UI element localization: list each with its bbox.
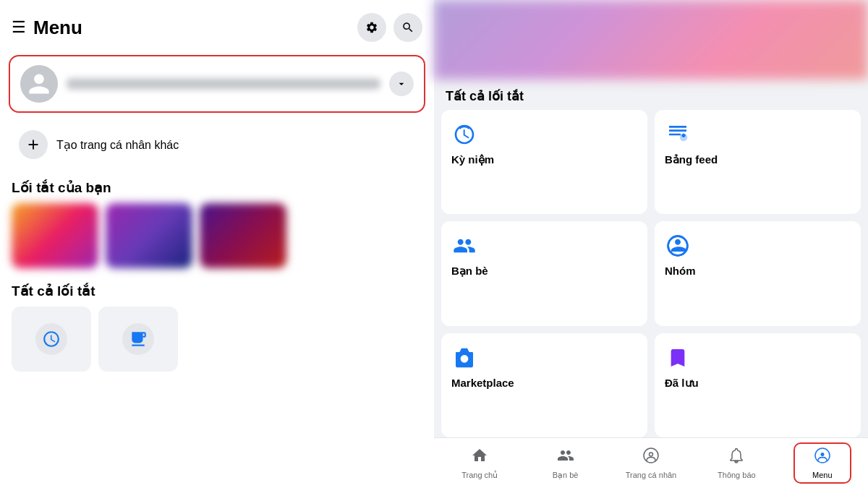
all-shortcuts-title-right: Tất cả lối tắt bbox=[434, 80, 868, 110]
all-shortcuts-title-left: Tất cả lối tắt bbox=[0, 280, 434, 307]
nhom-label: Nhóm bbox=[665, 265, 851, 277]
group-blue-icon bbox=[665, 233, 691, 259]
nav-notification-icon bbox=[728, 447, 745, 468]
nav-friends-icon bbox=[557, 447, 574, 468]
bang-feed-label: Bảng feed bbox=[665, 153, 851, 166]
left-panel: ☰ Menu bbox=[0, 0, 434, 488]
nav-item-menu[interactable]: Menu bbox=[793, 442, 851, 484]
shortcut-card-da-luu[interactable]: Đã lưu bbox=[655, 333, 861, 437]
profile-name bbox=[67, 78, 380, 90]
shortcut-card-nhom[interactable]: Nhóm bbox=[655, 221, 861, 325]
nav-menu-icon bbox=[814, 447, 831, 468]
saved-purple-icon bbox=[665, 345, 691, 371]
shortcut-card-ban-be[interactable]: Bạn bè bbox=[441, 221, 647, 325]
clock-icon bbox=[35, 323, 67, 355]
bottom-nav: Trang chủ Bạn bè Trang cá nhân bbox=[434, 437, 868, 488]
shortcut-blurred-2[interactable] bbox=[106, 203, 192, 268]
add-icon bbox=[25, 137, 41, 153]
nav-item-trang-ca-nhan[interactable]: Trang cá nhân bbox=[622, 442, 680, 484]
ky-niem-label: Kỳ niệm bbox=[451, 153, 637, 166]
shortcut-card-bang-feed[interactable]: Bảng feed bbox=[655, 110, 861, 214]
feed-icon bbox=[122, 323, 154, 355]
da-luu-label: Đã lưu bbox=[665, 377, 851, 390]
shortcut-card-marketplace[interactable]: Marketplace bbox=[441, 333, 647, 437]
hamburger-icon[interactable]: ☰ bbox=[12, 18, 26, 37]
expand-profile-button[interactable] bbox=[389, 72, 414, 96]
marketplace-blue-icon bbox=[451, 345, 477, 371]
home-icon bbox=[471, 447, 488, 468]
shortcut-blurred-1[interactable] bbox=[12, 203, 98, 268]
create-profile-row[interactable]: Tạo trang cá nhân khác bbox=[9, 123, 425, 166]
nav-label-menu: Menu bbox=[812, 471, 833, 479]
search-button[interactable] bbox=[393, 13, 422, 42]
settings-button[interactable] bbox=[357, 13, 386, 42]
svg-point-4 bbox=[644, 448, 658, 463]
svg-rect-3 bbox=[456, 352, 473, 355]
nav-item-trang-chu[interactable]: Trang chủ bbox=[451, 442, 509, 484]
nav-label-trang-chu: Trang chủ bbox=[461, 471, 498, 480]
shortcuts-grid bbox=[0, 203, 434, 280]
create-profile-label: Tạo trang cá nhân khác bbox=[56, 138, 179, 152]
search-icon bbox=[401, 21, 414, 34]
shortcut-clock[interactable] bbox=[12, 307, 91, 372]
nav-label-ban-be: Bạn bè bbox=[553, 471, 579, 480]
page-title: Menu bbox=[33, 17, 350, 39]
clock-blue-icon bbox=[451, 121, 477, 147]
shortcut-blurred-3[interactable] bbox=[200, 203, 286, 268]
profile-card[interactable] bbox=[9, 55, 425, 113]
user-avatar-icon bbox=[27, 72, 51, 96]
nav-label-trang-ca-nhan: Trang cá nhân bbox=[626, 471, 677, 479]
feed-blue-icon bbox=[665, 121, 691, 147]
right-panel: Tất cả lối tắt Kỳ niệm Bảng feed bbox=[434, 0, 868, 488]
right-top-blurred bbox=[434, 0, 868, 80]
nav-label-thong-bao: Thông báo bbox=[718, 471, 756, 479]
your-shortcuts-title: Lối tắt của bạn bbox=[0, 176, 434, 203]
chevron-down-icon bbox=[396, 78, 407, 90]
marketplace-label: Marketplace bbox=[451, 377, 637, 389]
shortcut-card-ky-niem[interactable]: Kỳ niệm bbox=[441, 110, 647, 214]
ban-be-label: Bạn bè bbox=[451, 265, 637, 278]
bottom-shortcuts-grid bbox=[0, 307, 434, 372]
friends-blue-icon bbox=[451, 233, 477, 259]
shortcuts-big-grid: Kỳ niệm Bảng feed Bạn bè bbox=[434, 110, 868, 437]
plus-circle-icon bbox=[19, 130, 48, 159]
nav-profile-icon bbox=[642, 447, 660, 468]
nav-item-thong-bao[interactable]: Thông báo bbox=[707, 442, 765, 484]
shortcut-feed[interactable] bbox=[98, 307, 178, 372]
nav-item-ban-be[interactable]: Bạn bè bbox=[537, 442, 595, 484]
avatar bbox=[20, 65, 58, 103]
gear-icon bbox=[365, 21, 378, 34]
left-header: ☰ Menu bbox=[0, 0, 434, 49]
